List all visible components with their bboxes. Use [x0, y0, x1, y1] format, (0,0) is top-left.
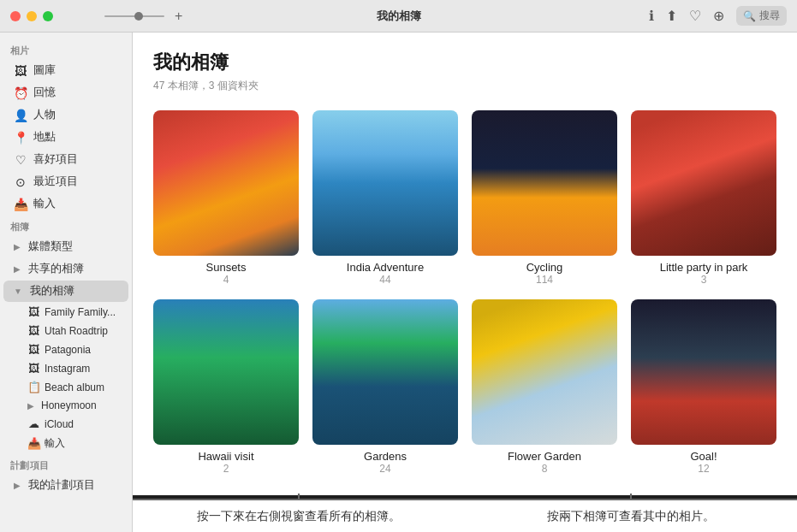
sidebar-item-my-albums[interactable]: ▼ 我的相簿: [3, 281, 128, 302]
sidebar-label-favorites: 喜好項目: [33, 152, 78, 167]
sidebar-item-library[interactable]: 🖼 圖庫: [3, 60, 128, 81]
sidebar-item-recents[interactable]: ⊙ 最近項目: [3, 171, 128, 192]
sidebar-section-photos: 相片: [0, 39, 132, 59]
favorites-icon: ♡: [14, 153, 27, 167]
sidebar-item-import[interactable]: 📥 輸入: [3, 193, 128, 215]
memories-icon: ⏰: [14, 86, 27, 100]
album-name-india: India Adventure: [312, 261, 458, 274]
sidebar-subitem-import2[interactable]: 📥 輸入: [3, 434, 128, 453]
patagonia-album-icon: 🖼: [27, 343, 39, 356]
album-item-flower[interactable]: Flower Garden 8: [472, 299, 617, 475]
expand-honeymoon-icon: ▶: [27, 401, 34, 411]
annotation-left: 按一下來在右側視窗查看所有的相簿。: [133, 499, 465, 532]
annotation-right-text: 按兩下相簿可查看其中的相片。: [547, 509, 715, 523]
album-name-sunsets: Sunsets: [153, 261, 299, 274]
sidebar-label-honeymoon: Honeymoon: [41, 399, 97, 411]
album-thumb-india: [312, 110, 458, 256]
library-icon: 🖼: [14, 64, 27, 78]
sidebar-item-people[interactable]: 👤 人物: [3, 104, 128, 126]
sidebar-subitem-beach[interactable]: 📋 Beach album: [3, 378, 128, 396]
sidebar-item-memories[interactable]: ⏰ 回憶: [3, 82, 128, 103]
sidebar-subitem-honeymoon[interactable]: ▶ Honeymoon: [3, 397, 128, 414]
sidebar-item-favorites[interactable]: ♡ 喜好項目: [3, 149, 128, 170]
beach-album-icon: 📋: [27, 381, 39, 393]
sidebar-subitem-utah[interactable]: 🖼 Utah Roadtrip: [3, 322, 128, 340]
sidebar-label-recents: 最近項目: [33, 174, 78, 189]
icloud-album-icon: ☁: [27, 417, 39, 430]
window-controls: [10, 11, 53, 21]
album-item-goal[interactable]: Goal! 12: [631, 299, 776, 475]
sidebar-label-instagram: Instagram: [45, 363, 90, 375]
sidebar-item-media-types[interactable]: ▶ 媒體類型: [3, 236, 128, 257]
minimize-button[interactable]: [27, 11, 37, 21]
album-thumb-party: [631, 110, 776, 256]
sidebar-item-places[interactable]: 📍 地點: [3, 127, 128, 148]
utah-album-icon: 🖼: [27, 324, 39, 337]
info-icon[interactable]: ℹ: [649, 8, 654, 24]
expand-shared-icon: ▶: [14, 264, 21, 274]
sidebar-label-library: 圖庫: [33, 63, 56, 78]
close-button[interactable]: [10, 11, 21, 21]
sidebar-subitem-family[interactable]: 🖼 Family Family...: [3, 303, 128, 321]
album-item-india[interactable]: India Adventure 44: [312, 110, 458, 286]
sidebar-subitem-instagram[interactable]: 🖼 Instagram: [3, 359, 128, 377]
sidebar-subitem-patagonia[interactable]: 🖼 Patagonia: [3, 340, 128, 358]
album-count-party: 3: [631, 274, 776, 286]
album-thumb-goal: [631, 299, 776, 445]
add-icon[interactable]: ⊕: [713, 8, 724, 24]
album-count-hawaii: 2: [153, 463, 299, 475]
sidebar-label-import2: 輸入: [45, 436, 65, 451]
search-box[interactable]: 🔍 搜尋: [736, 6, 787, 26]
album-count-flower: 8: [472, 463, 617, 475]
album-name-flower: Flower Garden: [472, 450, 617, 463]
sidebar-item-shared[interactable]: ▶ 共享的相簿: [3, 258, 128, 280]
sidebar-section-projects: 計劃項目: [0, 454, 132, 474]
recents-icon: ⊙: [14, 175, 27, 189]
annotation-right: 按兩下相簿可查看其中的相片。: [465, 499, 797, 532]
album-name-party: Little party in park: [631, 261, 776, 274]
titlebar: + 我的相簿 ℹ ⬆ ♡ ⊕ 🔍 搜尋: [0, 0, 797, 33]
zoom-slider-area: +: [104, 9, 182, 24]
expand-media-icon: ▶: [14, 242, 21, 251]
import2-album-icon: 📥: [27, 437, 39, 450]
content-area: 我的相簿 47 本相簿，3 個資料夾 Sunsets 4 India Adven…: [133, 33, 797, 495]
maximize-button[interactable]: [43, 11, 53, 21]
album-name-cycling: Cycling: [472, 261, 617, 274]
album-grid: Sunsets 4 India Adventure 44 Cycling 114…: [153, 110, 776, 475]
expand-projects-icon: ▶: [14, 481, 21, 490]
sidebar-label-places: 地點: [33, 130, 56, 145]
album-item-hawaii[interactable]: Hawaii visit 2: [153, 299, 299, 475]
favorite-icon[interactable]: ♡: [689, 8, 701, 24]
album-item-party[interactable]: Little party in park 3: [631, 110, 776, 286]
sidebar-label-my-albums: 我的相簿: [30, 284, 74, 299]
album-thumb-hawaii: [153, 299, 299, 445]
people-icon: 👤: [14, 109, 27, 122]
family-album-icon: 🖼: [27, 305, 39, 318]
sidebar-label-patagonia: Patagonia: [45, 344, 91, 356]
sidebar-label-import: 輸入: [33, 197, 56, 211]
sidebar-label-family: Family Family...: [45, 306, 116, 318]
album-count-goal: 12: [631, 463, 776, 475]
instagram-album-icon: 🖼: [27, 362, 39, 375]
sidebar-label-my-projects: 我的計劃項目: [28, 478, 95, 493]
album-item-gardens[interactable]: Gardens 24: [312, 299, 458, 475]
sidebar-subitem-icloud[interactable]: ☁ iCloud: [3, 415, 128, 433]
sidebar-label-media-types: 媒體類型: [28, 239, 73, 254]
album-name-goal: Goal!: [631, 450, 776, 463]
sidebar-label-beach: Beach album: [45, 381, 104, 393]
sidebar-item-my-projects[interactable]: ▶ 我的計劃項目: [3, 475, 128, 496]
album-thumb-flower: [472, 299, 617, 445]
window-title: 我的相簿: [377, 9, 421, 24]
album-count-cycling: 114: [472, 274, 617, 286]
album-item-cycling[interactable]: Cycling 114: [472, 110, 617, 286]
sidebar-label-people: 人物: [33, 108, 56, 122]
search-icon: 🔍: [743, 10, 756, 22]
sidebar-label-utah: Utah Roadtrip: [45, 325, 108, 337]
annotation-left-text: 按一下來在右側視窗查看所有的相簿。: [197, 509, 401, 523]
sidebar-label-memories: 回憶: [33, 86, 56, 100]
album-item-sunsets[interactable]: Sunsets 4: [153, 110, 299, 286]
album-count-india: 44: [312, 274, 458, 286]
share-icon[interactable]: ⬆: [666, 8, 677, 24]
zoom-plus-button[interactable]: +: [175, 9, 182, 24]
toolbar-actions: ℹ ⬆ ♡ ⊕ 🔍 搜尋: [649, 6, 787, 26]
